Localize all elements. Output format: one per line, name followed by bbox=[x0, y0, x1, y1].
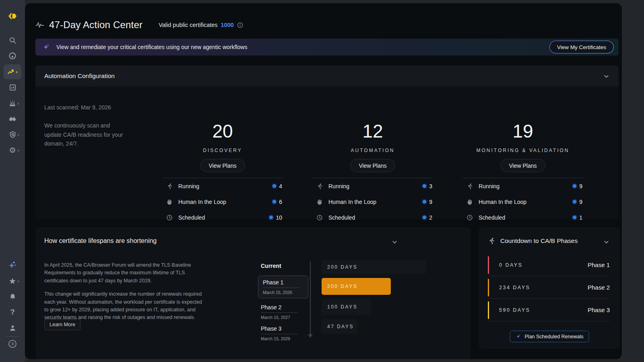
automation-configuration-title: Automation Configuration bbox=[44, 72, 115, 80]
automation-configuration-header[interactable]: Automation Configuration bbox=[35, 66, 619, 86]
star-icon[interactable]: ★ bbox=[0, 275, 25, 286]
scan-description: We continuously scan and update CA/B rea… bbox=[44, 121, 125, 148]
runner-icon bbox=[166, 183, 173, 189]
sidebar: › › › ⚙ › ★ › ? bbox=[0, 0, 25, 362]
scheduled-row: Scheduled 10 bbox=[162, 210, 283, 225]
shield-search-icon[interactable] bbox=[0, 129, 25, 140]
hitl-count: 6 bbox=[279, 199, 282, 205]
scheduled-label: Scheduled bbox=[178, 214, 205, 221]
countdown-phase: Phase 1 bbox=[588, 261, 610, 268]
help-icon[interactable]: ? bbox=[0, 306, 25, 318]
status-dot bbox=[269, 216, 273, 219]
runner-icon bbox=[488, 237, 495, 245]
countdown-phase: Phase 3 bbox=[588, 306, 610, 313]
runner-icon bbox=[316, 183, 324, 189]
sidebar-divider bbox=[6, 336, 19, 337]
view-plans-button[interactable]: View Plans bbox=[350, 159, 395, 172]
clock-icon bbox=[166, 214, 173, 221]
bell-icon[interactable] bbox=[0, 291, 25, 302]
valid-certs-label: Valid public certificates bbox=[159, 22, 217, 28]
alarm-icon[interactable] bbox=[0, 97, 25, 109]
valid-certs-count[interactable]: 1000 bbox=[221, 22, 234, 28]
scan-note: Last scanned: Mar 9, 2026 We continuousl… bbox=[44, 104, 125, 148]
stat-column-discovery: 20 DISCOVERY View Plans Running 4 Human … bbox=[162, 86, 283, 225]
running-row: Running 9 bbox=[462, 178, 583, 194]
countdown-card: Countdown to CA/B Phases 0 DAYS Phase 1 … bbox=[479, 227, 620, 349]
pulse-icon bbox=[35, 21, 44, 29]
phase-item-selected[interactable]: Phase 1 March 15, 2026 bbox=[258, 276, 308, 298]
gear-icon[interactable]: ⚙ bbox=[0, 144, 25, 156]
info-icon[interactable] bbox=[237, 22, 243, 28]
current-label: Current bbox=[261, 263, 308, 269]
lifespans-description: In April 2025, the CA/Browser Forum will… bbox=[44, 261, 207, 322]
hitl-label: Human In the Loop bbox=[328, 199, 376, 205]
sparkles-icon[interactable] bbox=[0, 258, 25, 271]
scheduled-label: Scheduled bbox=[328, 214, 355, 221]
stat-count: 20 bbox=[162, 122, 283, 140]
running-label: Running bbox=[328, 183, 349, 189]
hitl-count: 9 bbox=[579, 199, 582, 205]
chevron-down-icon[interactable] bbox=[391, 239, 398, 245]
user-icon[interactable] bbox=[0, 322, 25, 333]
stat-label: DISCOVERY bbox=[162, 148, 283, 153]
chart-board-icon[interactable] bbox=[0, 82, 25, 93]
phase-color-bar bbox=[488, 301, 489, 319]
lifespans-para-2: This change will significantly increase … bbox=[44, 290, 207, 322]
phase-date: March 15, 2029 bbox=[261, 334, 304, 341]
status-dot bbox=[573, 200, 576, 204]
chevron-right-icon: › bbox=[16, 69, 17, 75]
hitl-label: Human In the Loop bbox=[479, 199, 526, 205]
chevron-right-icon: › bbox=[17, 132, 19, 138]
hitl-row: Human In the Loop 9 bbox=[462, 194, 583, 210]
phase-date: March 15, 2027 bbox=[261, 313, 304, 320]
lifespan-bars: 200 DAYS 200 DAYS 100 DAYS 47 DAYS bbox=[322, 260, 426, 338]
phase-name: Phase 3 bbox=[261, 325, 298, 334]
stat-column-monitoring: 19 MONITORING & VALIDATION View Plans Ru… bbox=[462, 86, 583, 225]
hitl-row: Human In the Loop 9 bbox=[312, 194, 433, 210]
countdown-days: 234 DAYS bbox=[499, 285, 530, 290]
phase-item[interactable]: Phase 3 March 15, 2029 bbox=[258, 325, 308, 341]
stat-count: 19 bbox=[462, 122, 583, 140]
plan-scheduled-renewals-button[interactable]: Plan Scheduled Renewals bbox=[510, 331, 589, 342]
view-my-certificates-button[interactable]: View My Certificates bbox=[549, 41, 614, 53]
lifespan-bar: 100 DAYS bbox=[322, 299, 371, 315]
app-logo[interactable] bbox=[0, 6, 25, 26]
status-dot bbox=[573, 216, 576, 219]
agentic-workflows-banner: View and remediate your critical certifi… bbox=[35, 39, 619, 56]
page-header: 47-Day Action Center Valid public certif… bbox=[35, 19, 243, 31]
search-icon[interactable] bbox=[0, 35, 25, 46]
binoculars-icon[interactable] bbox=[0, 113, 25, 124]
banner-text: View and remediate your critical certifi… bbox=[56, 44, 247, 50]
countdown-rows: 0 DAYS Phase 1 234 DAYS Phase 2 590 DAYS… bbox=[488, 254, 610, 321]
status-dot bbox=[272, 200, 276, 204]
scheduled-label: Scheduled bbox=[479, 214, 505, 221]
sidebar-item-action-center-active[interactable]: › bbox=[4, 64, 21, 79]
expand-icon[interactable] bbox=[0, 339, 25, 349]
chevron-down-icon[interactable] bbox=[603, 239, 610, 245]
scheduled-count: 10 bbox=[276, 214, 282, 221]
clock-icon bbox=[316, 214, 324, 221]
last-scanned-text: Last scanned: Mar 9, 2026 bbox=[44, 104, 125, 111]
stat-count: 12 bbox=[312, 122, 433, 140]
view-plans-button[interactable]: View Plans bbox=[200, 159, 245, 172]
target-icon[interactable] bbox=[0, 50, 25, 62]
view-plans-button[interactable]: View Plans bbox=[500, 159, 545, 172]
running-label: Running bbox=[479, 183, 500, 189]
automation-configuration-card: Automation Configuration Last scanned: M… bbox=[35, 66, 619, 219]
lifespan-bar: 200 DAYS bbox=[322, 260, 426, 274]
phase-item[interactable]: Phase 2 March 15, 2027 bbox=[258, 304, 308, 320]
scheduled-count: 1 bbox=[579, 214, 582, 221]
chevron-down-icon[interactable] bbox=[603, 73, 610, 80]
lifespan-bar-current: 200 DAYS bbox=[322, 278, 391, 295]
countdown-row: 0 DAYS Phase 1 bbox=[488, 254, 610, 276]
hand-icon bbox=[166, 199, 173, 205]
scheduled-row: Scheduled 1 bbox=[462, 210, 583, 225]
plan-scheduled-renewals-label: Plan Scheduled Renewals bbox=[525, 334, 584, 339]
learn-more-button[interactable]: Learn More bbox=[44, 319, 80, 330]
chevron-right-icon: › bbox=[17, 147, 19, 153]
hitl-row: Human In the Loop 6 bbox=[162, 194, 283, 210]
running-label: Running bbox=[178, 183, 199, 189]
stat-column-automation: 12 AUTOMATION View Plans Running 3 Human… bbox=[312, 86, 433, 225]
automation-trend-icon bbox=[7, 68, 15, 75]
countdown-days: 0 DAYS bbox=[499, 262, 523, 268]
